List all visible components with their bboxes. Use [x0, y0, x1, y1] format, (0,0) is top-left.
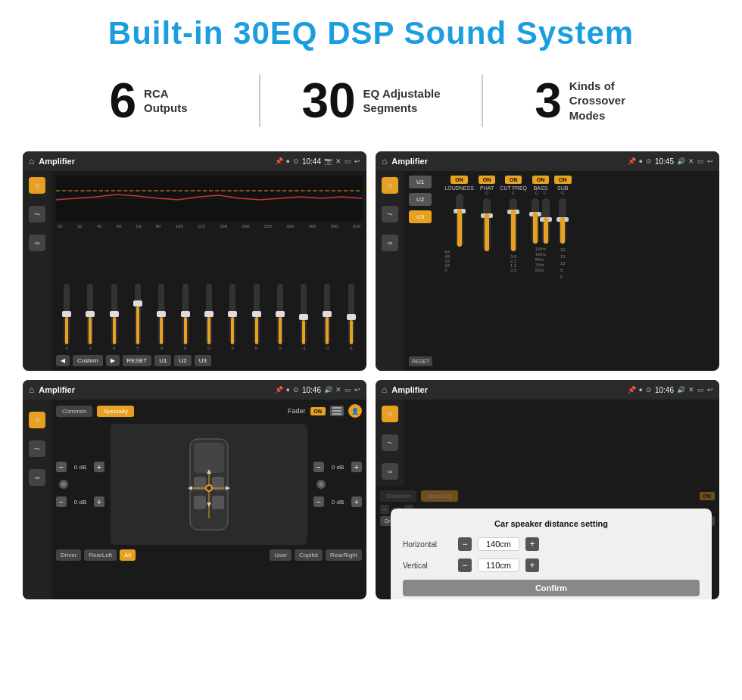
fader-toggle[interactable]: ON — [310, 407, 326, 415]
eq-slider-1[interactable]: 0 — [64, 284, 70, 350]
eq-slider-11[interactable]: -1 — [301, 284, 307, 350]
amp-bass-slider-f[interactable] — [542, 198, 550, 244]
dist-minimize-icon[interactable]: ▭ — [697, 386, 704, 394]
fader-x-icon[interactable]: ✕ — [335, 386, 341, 394]
fader-back-icon[interactable]: ↩ — [354, 386, 360, 394]
amp-sub-toggle[interactable]: ON — [554, 176, 572, 184]
fader-minus-4[interactable]: − — [313, 496, 324, 507]
dist-dialog-title: Car speaker distance setting — [403, 519, 700, 528]
fader-volume-icon[interactable]: 🔊 — [324, 386, 332, 394]
amp-u3-btn[interactable]: U3 — [409, 210, 432, 223]
amp-minimize-icon[interactable]: ▭ — [697, 157, 704, 165]
amp-sub-slider[interactable] — [559, 198, 566, 244]
dist-sidebar-arrow-icon[interactable]: ⇔ — [382, 463, 398, 480]
fader-sidebar-wave-icon[interactable]: 〜 — [29, 440, 45, 457]
dist-vertical-minus[interactable]: − — [458, 558, 472, 572]
fader-minimize-icon[interactable]: ▭ — [344, 386, 351, 394]
amp-u2-btn[interactable]: U2 — [409, 193, 432, 206]
confirm-button[interactable]: Confirm — [403, 580, 700, 596]
fader-minus-3[interactable]: − — [313, 462, 324, 472]
amp-screen: ⌂ Amplifier 📌 ● ⊙ 10:45 🔊 ✕ ▭ ↩ ⚙ 〜 ⇔ — [376, 151, 719, 371]
dist-volume-icon[interactable]: 🔊 — [677, 386, 685, 394]
eq-sidebar-arrow-icon[interactable]: ⇔ — [29, 235, 45, 251]
eq-u1-btn[interactable]: U1 — [154, 355, 171, 366]
screens-grid: ⌂ Amplifier 📌 ● ⊙ 10:44 📷 ✕ ▭ ↩ ⚙ 〜 ⇔ — [23, 151, 719, 599]
fader-common-tab[interactable]: Common — [56, 406, 92, 417]
eq-slider-13[interactable]: -1 — [348, 284, 354, 350]
dist-sidebar-wave-icon[interactable]: 〜 — [382, 434, 398, 451]
amp-loudness-slider[interactable] — [456, 194, 463, 247]
amp-cutfreq-toggle[interactable]: ON — [505, 176, 522, 184]
eq-reset-btn[interactable]: RESET — [123, 355, 152, 366]
fader-driver-btn[interactable]: Driver — [56, 549, 81, 561]
fader-minus-1[interactable]: − — [56, 462, 67, 472]
eq-sidebar-wave-icon[interactable]: 〜 — [29, 206, 45, 222]
fader-specialty-tab[interactable]: Specialty — [97, 406, 133, 417]
eq-u3-btn[interactable]: U3 — [195, 355, 211, 366]
fader-copilot-btn[interactable]: Copilot — [295, 549, 323, 561]
dist-home-icon[interactable]: ⌂ — [382, 384, 387, 395]
eq-slider-10[interactable]: 0 — [277, 284, 283, 350]
fader-profile-icon[interactable]: 👤 — [348, 404, 362, 418]
eq-prev-btn[interactable]: ◀ — [56, 355, 70, 366]
eq-sidebar-eq-icon[interactable]: ⚙ — [29, 177, 45, 194]
amp-cutfreq-col: ON CUT FREQ F 3.0 2.1 1.3 0.5 — [500, 176, 527, 366]
eq-slider-6[interactable]: 0 — [182, 284, 189, 350]
fader-sidebar-arrow-icon[interactable]: ⇔ — [29, 469, 45, 486]
fader-user-btn[interactable]: User — [270, 549, 292, 561]
dist-sidebar-eq-icon[interactable]: ⚙ — [382, 406, 398, 422]
eq-back-icon[interactable]: ↩ — [354, 157, 360, 165]
eq-slider-8[interactable]: 0 — [229, 284, 235, 350]
eq-slider-3[interactable]: 0 — [111, 284, 117, 350]
dist-x-icon[interactable]: ✕ — [688, 386, 694, 394]
dist-horizontal-minus[interactable]: − — [458, 537, 472, 551]
stat-eq-number: 30 — [301, 76, 355, 125]
fader-plus-2[interactable]: + — [94, 496, 104, 507]
fader-plus-4[interactable]: + — [351, 496, 362, 507]
dist-back-icon[interactable]: ↩ — [707, 386, 713, 394]
eq-slider-4[interactable]: 5 — [135, 284, 141, 350]
amp-u1-btn[interactable]: U1 — [409, 176, 432, 188]
eq-u2-btn[interactable]: U2 — [174, 355, 191, 366]
amp-sidebar-wave-icon[interactable]: 〜 — [382, 206, 398, 222]
dist-horizontal-plus[interactable]: + — [525, 537, 539, 551]
fader-sidebar-eq-icon[interactable]: ⚙ — [29, 412, 45, 428]
amp-phat-slider[interactable] — [483, 198, 491, 251]
amp-back-icon[interactable]: ↩ — [707, 157, 713, 165]
eq-home-icon[interactable]: ⌂ — [29, 156, 34, 166]
dist-vertical-plus[interactable]: + — [525, 558, 539, 572]
eq-minimize-icon[interactable]: ▭ — [344, 157, 351, 165]
eq-slider-9[interactable]: 0 — [254, 284, 260, 350]
eq-next-btn[interactable]: ▶ — [106, 355, 120, 366]
fader-plus-1[interactable]: + — [94, 462, 104, 472]
fader-plus-3[interactable]: + — [351, 462, 362, 472]
eq-slider-2[interactable]: 0 — [87, 284, 93, 350]
amp-cutfreq-slider[interactable] — [510, 198, 517, 251]
eq-x-icon[interactable]: ✕ — [335, 157, 341, 165]
dist-dot-icon: ● — [639, 386, 643, 394]
amp-loudness-toggle[interactable]: ON — [450, 176, 468, 184]
eq-slider-5[interactable]: 0 — [158, 284, 164, 350]
fader-home-icon[interactable]: ⌂ — [29, 384, 34, 395]
amp-x-icon[interactable]: ✕ — [688, 157, 694, 165]
fader-all-btn[interactable]: All — [120, 549, 136, 561]
amp-phat-toggle[interactable]: ON — [479, 176, 496, 184]
eq-slider-12[interactable]: 0 — [324, 284, 330, 350]
amp-home-icon[interactable]: ⌂ — [382, 156, 387, 166]
amp-sidebar-arrow-icon[interactable]: ⇔ — [382, 235, 398, 251]
eq-slider-7[interactable]: 0 — [206, 284, 212, 350]
fader-rearright-btn[interactable]: RearRight — [326, 549, 362, 561]
amp-bass-toggle[interactable]: ON — [532, 176, 550, 184]
fader-rearleft-btn[interactable]: RearLeft — [84, 549, 117, 561]
amp-sidebar-eq-icon[interactable]: ⚙ — [382, 177, 398, 194]
amp-bass-slider-g[interactable] — [532, 198, 539, 244]
fader-dot-icon: ● — [286, 386, 290, 394]
amp-reset-btn[interactable]: RESET — [409, 356, 432, 366]
eq-custom-btn[interactable]: Custom — [73, 355, 103, 366]
amp-content: ⚙ 〜 ⇔ U1 U2 U3 RESET — [376, 171, 719, 371]
eq-content: ⚙ 〜 ⇔ — [23, 171, 366, 371]
fader-db-1: 0 dB — [70, 464, 91, 471]
fader-ctrl-row-3: − 0 dB + — [313, 462, 362, 472]
fader-minus-2[interactable]: − — [56, 496, 67, 507]
amp-volume-icon[interactable]: 🔊 — [677, 157, 685, 165]
